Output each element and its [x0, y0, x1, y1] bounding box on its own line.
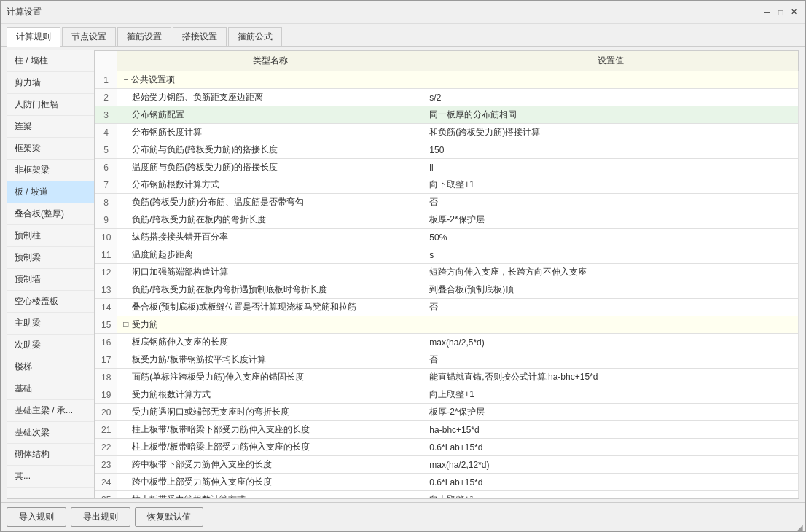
table-row: 13负筋/跨板受力筋在板内弯折遇预制底板时弯折长度到叠合板(预制底板)顶 — [95, 281, 799, 299]
row-name: 柱上板带/板带暗梁下部受力筋伸入支座的长度 — [117, 421, 423, 439]
row-number: 18 — [95, 369, 117, 386]
sidebar-item-人防门框墙[interactable]: 人防门框墙 — [7, 94, 94, 116]
row-value: 否 — [423, 194, 799, 211]
row-name: 负筋/跨板受力筋在板内的弯折长度 — [117, 211, 423, 229]
row-name: 叠合板(预制底板)或板缝位置是否计算现浇板马凳筋和拉筋 — [117, 299, 423, 316]
row-name: 面筋(单标注跨板受力筋)伸入支座的锚固长度 — [117, 369, 423, 386]
row-name: 分布筋与负筋(跨板受力筋)的搭接长度 — [117, 141, 423, 159]
row-number: 6 — [95, 159, 117, 176]
table-row: 24跨中板带上部受力筋伸入支座的长度0.6*Lab+15*d — [95, 474, 799, 491]
table-row: 22柱上板带/板带暗梁上部受力筋伸入支座的长度0.6*Lab+15*d — [95, 439, 799, 456]
sidebar-item-主助梁[interactable]: 主助梁 — [7, 313, 94, 335]
row-value: ha-bhc+15*d — [423, 421, 799, 439]
tab-计算规则[interactable]: 计算规则 — [7, 27, 60, 47]
row-name: 柱上板带/板带暗梁上部受力筋伸入支座的长度 — [117, 439, 423, 456]
import-rules-button[interactable]: 导入规则 — [7, 507, 66, 527]
tab-节点设置[interactable]: 节点设置 — [62, 27, 116, 46]
sidebar-item-框架梁[interactable]: 框架梁 — [7, 138, 94, 160]
resize-handle[interactable]: ◢ — [797, 523, 805, 531]
row-value: 板厚-2*保护层 — [423, 404, 799, 421]
row-value: 向上取整+1 — [423, 491, 799, 499]
sidebar-item-基础主梁 / 承...[interactable]: 基础主梁 / 承... — [7, 400, 94, 422]
restore-defaults-button[interactable]: 恢复默认值 — [135, 507, 203, 527]
row-value: 向上取整+1 — [423, 386, 799, 404]
title-bar: 计算设置 ─ □ ✕ — [1, 1, 805, 24]
row-value: 50% — [423, 229, 799, 246]
row-number: 5 — [95, 141, 117, 159]
row-number: 10 — [95, 229, 117, 246]
row-number: 2 — [95, 89, 117, 106]
sidebar-item-基础次梁[interactable]: 基础次梁 — [7, 422, 94, 444]
row-value: ll — [423, 159, 799, 176]
row-name: 分布钢筋长度计算 — [117, 124, 423, 141]
row-name: 纵筋搭接接头错开百分率 — [117, 229, 423, 246]
table-row: 3分布钢筋配置同一板厚的分布筋相同 — [95, 106, 799, 124]
sidebar-item-其...[interactable]: 其... — [7, 466, 94, 488]
row-number: 12 — [95, 264, 117, 281]
table-row: 5分布筋与负筋(跨板受力筋)的搭接长度150 — [95, 141, 799, 159]
row-value: 0.6*Lab+15*d — [423, 474, 799, 491]
export-rules-button[interactable]: 导出规则 — [71, 507, 130, 527]
row-name: 负筋/跨板受力筋在板内弯折遇预制底板时弯折长度 — [117, 281, 423, 299]
col-header-value: 设置值 — [423, 51, 799, 71]
table-container[interactable]: 类型名称 设置值 1−公共设置项2起始受力钢筋、负筋距支座边距离s/23分布钢筋… — [95, 50, 799, 498]
sidebar: 柱 / 墙柱剪力墙人防门框墙连梁框架梁非框架梁板 / 坡道叠合板(整厚)预制柱预… — [7, 50, 95, 498]
row-value: max(ha/2,12*d) — [423, 456, 799, 474]
sidebar-item-预制墙[interactable]: 预制墙 — [7, 269, 94, 291]
section-toggle[interactable]: − — [123, 74, 128, 85]
sidebar-item-空心楼盖板[interactable]: 空心楼盖板 — [7, 291, 94, 313]
table-row: 2起始受力钢筋、负筋距支座边距离s/2 — [95, 89, 799, 106]
tab-bar: 计算规则节点设置箍筋设置搭接设置箍筋公式 — [1, 24, 805, 47]
sidebar-item-基础[interactable]: 基础 — [7, 378, 94, 400]
sidebar-item-次助梁[interactable]: 次助梁 — [7, 335, 94, 356]
row-value: 否 — [423, 299, 799, 316]
window-controls: ─ □ ✕ — [762, 7, 799, 18]
sidebar-item-砌体结构[interactable]: 砌体结构 — [7, 444, 94, 466]
table-row: 20受力筋遇洞口或端部无支座时的弯折长度板厚-2*保护层 — [95, 404, 799, 421]
maximize-button[interactable]: □ — [775, 7, 786, 18]
row-name: 起始受力钢筋、负筋距支座边距离 — [117, 89, 423, 106]
row-value — [423, 316, 799, 334]
table-row: 14叠合板(预制底板)或板缝位置是否计算现浇板马凳筋和拉筋否 — [95, 299, 799, 316]
row-number: 3 — [95, 106, 117, 124]
table-row: 15□受力筋 — [95, 316, 799, 334]
sidebar-item-剪力墙[interactable]: 剪力墙 — [7, 72, 94, 94]
row-name: 温度筋起步距离 — [117, 246, 423, 264]
row-name: 受力筋根数计算方式 — [117, 386, 423, 404]
row-value: 能直锚就直锚,否则按公式计算:ha-bhc+15*d — [423, 369, 799, 386]
close-button[interactable]: ✕ — [788, 7, 799, 18]
sidebar-item-预制柱[interactable]: 预制柱 — [7, 225, 94, 247]
tab-搭接设置[interactable]: 搭接设置 — [173, 27, 227, 46]
row-name: −公共设置项 — [117, 71, 423, 89]
row-name: 分布钢筋根数计算方式 — [117, 176, 423, 194]
row-name: 柱上板带受力筋根数计算方式 — [117, 491, 423, 499]
sidebar-item-柱 / 墙柱[interactable]: 柱 / 墙柱 — [7, 50, 94, 72]
table-row: 17板受力筋/板带钢筋按平均长度计算否 — [95, 351, 799, 369]
tab-箍筋公式[interactable]: 箍筋公式 — [228, 27, 282, 46]
row-number: 23 — [95, 456, 117, 474]
table-row: 1−公共设置项 — [95, 71, 799, 89]
sidebar-item-楼梯[interactable]: 楼梯 — [7, 356, 94, 378]
table-row: 21柱上板带/板带暗梁下部受力筋伸入支座的长度ha-bhc+15*d — [95, 421, 799, 439]
tab-箍筋设置[interactable]: 箍筋设置 — [117, 27, 171, 46]
table-row: 16板底钢筋伸入支座的长度max(ha/2,5*d) — [95, 334, 799, 351]
table-row: 25柱上板带受力筋根数计算方式向上取整+1 — [95, 491, 799, 499]
row-number: 14 — [95, 299, 117, 316]
row-number: 7 — [95, 176, 117, 194]
sidebar-item-板 / 坡道[interactable]: 板 / 坡道 — [7, 181, 94, 203]
sidebar-item-非框架梁[interactable]: 非框架梁 — [7, 160, 94, 181]
sidebar-item-预制梁[interactable]: 预制梁 — [7, 247, 94, 269]
row-value: 同一板厚的分布筋相同 — [423, 106, 799, 124]
table-row: 9负筋/跨板受力筋在板内的弯折长度板厚-2*保护层 — [95, 211, 799, 229]
section-toggle[interactable]: □ — [123, 319, 128, 329]
table-row: 4分布钢筋长度计算和负筋(跨板受力筋)搭接计算 — [95, 124, 799, 141]
minimize-button[interactable]: ─ — [762, 7, 773, 18]
row-value: 0.6*Lab+15*d — [423, 439, 799, 456]
row-value: 向下取整+1 — [423, 176, 799, 194]
sidebar-item-叠合板(整厚)[interactable]: 叠合板(整厚) — [7, 203, 94, 225]
row-value — [423, 71, 799, 89]
row-value: 否 — [423, 351, 799, 369]
table-row: 7分布钢筋根数计算方式向下取整+1 — [95, 176, 799, 194]
sidebar-item-连梁[interactable]: 连梁 — [7, 116, 94, 138]
row-value: 短跨方向伸入支座，长跨方向不伸入支座 — [423, 264, 799, 281]
